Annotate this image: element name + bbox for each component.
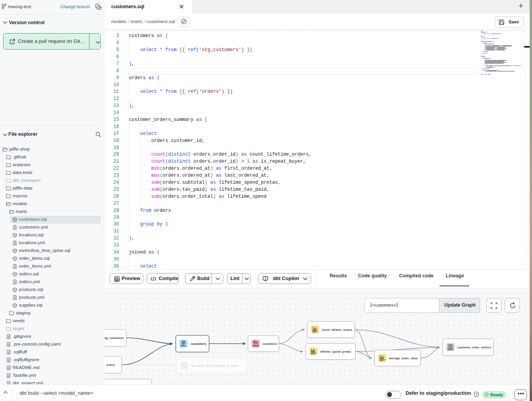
svg-text:QRY: QRY xyxy=(448,348,453,350)
svg-text:TST: TST xyxy=(182,366,187,369)
svg-text:?: ? xyxy=(475,392,478,396)
svg-text:SEM: SEM xyxy=(253,344,258,347)
svg-text:MET: MET xyxy=(312,330,317,333)
svg-text:MET: MET xyxy=(379,358,384,361)
svg-text:MDL: MDL xyxy=(181,344,186,347)
svg-text:MET: MET xyxy=(311,352,316,355)
